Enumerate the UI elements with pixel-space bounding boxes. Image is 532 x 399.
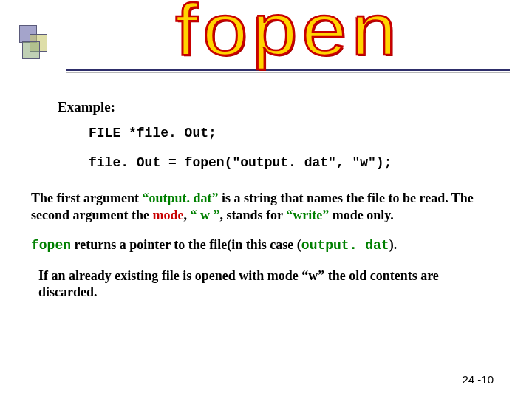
p1-t1: The first argument	[31, 191, 142, 205]
paragraph-3: If an already existing file is opened wi…	[38, 267, 495, 301]
paragraph-2: fopen returns a pointer to the file(in t…	[31, 236, 510, 254]
code-line-2: file. Out = fopen("output. dat", "w");	[89, 155, 510, 171]
p1-mode-value: “ w ”	[191, 208, 220, 222]
slide-body: Example: FILE *file. Out; file. Out = fo…	[31, 89, 510, 301]
p2-t2: ).	[389, 237, 398, 252]
code-line-1: FILE *file. Out;	[89, 126, 510, 142]
p1-t4: , stands for	[220, 208, 287, 222]
p2-t1: returns a pointer to the file(in this ca…	[71, 237, 301, 252]
p1-write-label: “write”	[286, 208, 329, 222]
p2-file: output. dat	[301, 238, 389, 253]
p1-mode-label: mode	[153, 208, 184, 222]
p1-t3: ,	[184, 208, 191, 222]
slide-number: 24 -10	[462, 373, 494, 386]
paragraph-1: The first argument “output. dat” is a st…	[31, 190, 510, 223]
p1-t5: mode only.	[329, 208, 394, 222]
example-label: Example:	[58, 99, 510, 115]
p1-arg1: “output. dat”	[142, 191, 218, 205]
p2-fn: fopen	[31, 238, 71, 253]
corner-badge-icon	[19, 25, 55, 61]
title-bar-shadow	[66, 72, 510, 73]
slide: fopen Example: FILE *file. Out; file. Ou…	[0, 0, 532, 399]
title-bar: fopen	[66, 13, 510, 71]
code-block: FILE *file. Out; file. Out = fopen("outp…	[89, 126, 510, 171]
